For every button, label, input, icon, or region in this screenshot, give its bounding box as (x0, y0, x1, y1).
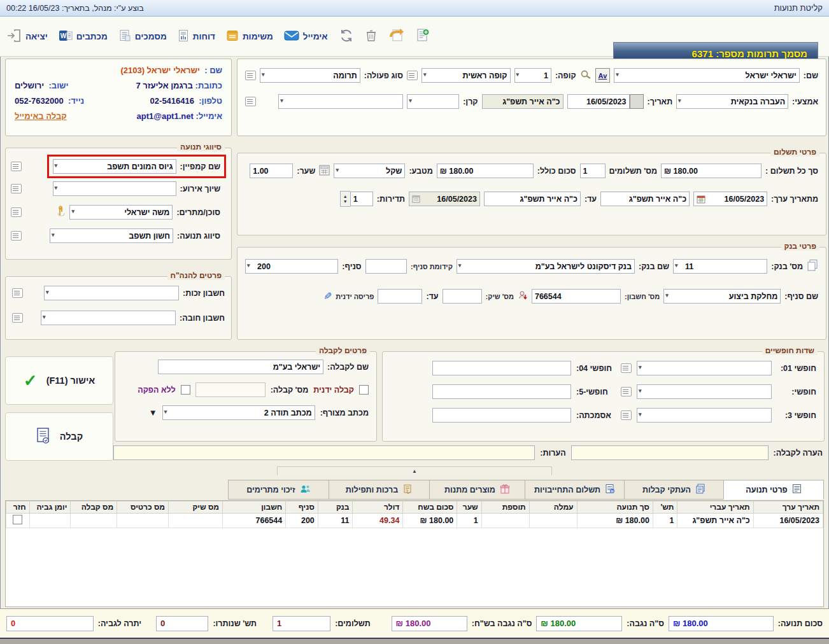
returned-checkbox[interactable] (13, 515, 22, 524)
manual-receipt-checkbox[interactable] (359, 385, 369, 395)
free-04-field[interactable] (432, 361, 571, 375)
email-button[interactable]: אימייל (284, 30, 328, 43)
chevron-down-icon[interactable]: ▾ (458, 262, 462, 269)
tab-fundraiser-credits[interactable]: זיכוי מתרימים (228, 480, 329, 500)
calculator-icon[interactable] (319, 165, 330, 178)
col-value-date[interactable]: תאריך ערך (753, 501, 823, 514)
fund-list-icon[interactable] (245, 97, 256, 106)
chevron-down-icon[interactable]: ▾ (336, 167, 339, 173)
tab-gift-products[interactable]: מוצרים מתנות (429, 480, 525, 500)
letters-button[interactable]: W מכתבים (59, 29, 108, 44)
campaign-combo[interactable]: גיוס המונים תשפב▾ (53, 159, 176, 174)
frequency-stepper[interactable]: ▲▼ (340, 191, 350, 207)
check-until-field[interactable] (378, 289, 422, 304)
collapse-panel-button[interactable]: ▲ (277, 466, 552, 475)
col-receipt-no[interactable]: מס קבלה (71, 501, 117, 514)
debit-account-combo[interactable]: ▾ (41, 311, 176, 325)
bank-name-combo[interactable]: בנק דיסקונט לישראל בע"מ▾ (457, 259, 635, 274)
branch-combo[interactable]: 200▾ (245, 259, 338, 274)
register-name-combo[interactable]: קופה ראשית▾ (422, 68, 511, 83)
chevron-down-icon[interactable]: ▾ (43, 314, 46, 320)
branch-name-combo[interactable]: מחלקת ביצוע▾ (663, 289, 781, 304)
free-01-list-icon[interactable] (621, 363, 632, 373)
operation-type-combo[interactable]: תרומה▾ (260, 68, 360, 83)
chevron-down-icon[interactable]: ▾ (71, 208, 74, 214)
tab-receipt-copies[interactable]: העתקי קבלות (624, 480, 723, 500)
reference-field[interactable] (432, 408, 571, 423)
transaction-class-list-icon[interactable] (11, 231, 22, 241)
date-field[interactable]: 16/05/2023 (567, 94, 630, 109)
table-row[interactable]: 16/05/2023 כ"ה אייר תשפ"ג 1 180.00 ₪ 1 1… (6, 514, 823, 528)
free-3-list-icon[interactable] (621, 410, 632, 420)
receipt-note-field[interactable] (571, 445, 769, 460)
search-icon[interactable] (580, 69, 592, 81)
free-01-combo[interactable]: ▾ (637, 361, 772, 375)
currency-combo[interactable]: שקל▾ (334, 164, 405, 178)
receipt-number-field[interactable] (195, 382, 266, 397)
col-card-no[interactable]: מס כרטיס (117, 501, 169, 514)
total-payment-field[interactable]: 180.00 ₪ (661, 164, 762, 178)
chevron-down-icon[interactable]: ▾ (164, 409, 167, 415)
col-account[interactable]: חשבון (223, 501, 286, 514)
col-returned[interactable]: חזר (6, 501, 30, 514)
fund-code-combo[interactable]: ▾ (407, 94, 459, 109)
free-5-field[interactable] (432, 384, 571, 399)
no-issue-checkbox[interactable] (181, 385, 190, 395)
from-date-field[interactable]: 16/05/2023 (693, 192, 767, 206)
col-payment[interactable]: תש' (653, 501, 677, 514)
agent-list-icon[interactable] (11, 207, 22, 217)
num-payments-field[interactable]: 1 (580, 164, 606, 178)
col-check-no[interactable]: מס שיק (169, 501, 223, 514)
credit-account-list-icon[interactable] (12, 288, 23, 298)
notes-field[interactable] (113, 445, 535, 460)
col-bank[interactable]: בנק (318, 501, 353, 514)
event-combo[interactable]: ▾ (53, 181, 176, 196)
col-transaction-total[interactable]: סך תנועה (577, 501, 653, 514)
chevron-down-icon[interactable]: ▾ (409, 97, 412, 104)
chevron-down-icon[interactable]: ▾ (52, 232, 55, 238)
refresh-button[interactable] (339, 28, 354, 45)
frequency-field[interactable]: 1 (350, 192, 373, 206)
chevron-down-icon[interactable]: ▾ (423, 71, 427, 78)
account-number-field[interactable]: 766544 (532, 289, 621, 304)
col-collection-journal[interactable]: יומן גביה (29, 501, 71, 514)
hand-pointer-icon[interactable] (55, 206, 66, 219)
register-list-icon[interactable] (407, 71, 418, 80)
tab-blessings-prayers[interactable]: ברכות ותפילות (329, 480, 429, 500)
tab-commitment-payments[interactable]: ₪ תשלום התחייבויות (525, 480, 624, 500)
reports-button[interactable]: דוחות (178, 29, 215, 44)
tab-transaction-details[interactable]: פרטי תנועה (723, 480, 824, 500)
total-sum-field[interactable]: 180.00 ₪ (437, 164, 534, 178)
chevron-down-icon[interactable]: ▾ (516, 71, 520, 78)
font-icon[interactable]: Av (595, 68, 611, 83)
operation-type-list-icon[interactable] (245, 71, 256, 80)
col-rate[interactable]: שער (457, 501, 481, 514)
tasks-button[interactable]: משימות (226, 29, 273, 44)
credit-account-combo[interactable]: ▾ (44, 286, 179, 300)
debit-account-list-icon[interactable] (12, 313, 23, 323)
documents-button[interactable]: מסמכים (118, 29, 167, 44)
chevron-down-icon[interactable]: ▾ (678, 97, 681, 104)
col-branch[interactable]: סניף (286, 501, 318, 514)
receipt-by-email-link[interactable]: קבלה באימייל (15, 111, 67, 121)
chevron-down-icon[interactable]: ▾ (280, 97, 283, 104)
transaction-class-combo[interactable]: חשון תשפב▾ (50, 228, 173, 243)
receipt-name-field[interactable]: ישראלי בע"מ (158, 360, 323, 374)
name-combo[interactable]: ישראלי ישראל▾ (614, 68, 799, 83)
account-verify-icon[interactable] (518, 290, 528, 302)
until-date-field[interactable]: 16/05/2023 (409, 192, 480, 206)
chevron-down-icon[interactable]: ▾ (46, 289, 49, 295)
date-picker-button[interactable] (630, 94, 644, 109)
branch-prefix-field[interactable] (365, 259, 407, 274)
agent-combo[interactable]: משה ישראלי▾ (69, 205, 173, 220)
chevron-down-icon[interactable]: ▾ (55, 162, 58, 169)
chevron-down-icon[interactable]: ▾ (262, 71, 265, 78)
chevron-down-icon[interactable]: ▾ (675, 262, 678, 269)
event-list-icon[interactable] (11, 184, 22, 193)
chevron-down-icon[interactable]: ▾ (665, 292, 669, 298)
chevron-down-icon[interactable]: ▾ (247, 262, 250, 269)
undo-button[interactable] (388, 28, 405, 45)
free-2-combo[interactable]: ▾ (637, 384, 772, 399)
new-document-button[interactable] (416, 28, 430, 45)
delete-button[interactable] (365, 29, 378, 45)
